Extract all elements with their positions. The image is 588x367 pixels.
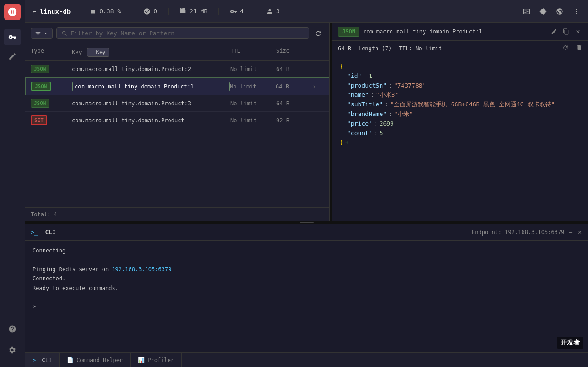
size-value: 64 B (276, 83, 312, 90)
main-area: ← linux-db 0.38 % 0 21 MB 4 3 (25, 0, 588, 367)
sidebar-item-settings[interactable] (4, 342, 21, 358)
json-open-brace: { (340, 62, 581, 71)
json-field-price: "price" : 2699 (340, 119, 581, 129)
edit-key-button[interactable] (550, 27, 559, 36)
cpu-stat: 0.38 % (78, 8, 132, 15)
type-badge-set: SET (31, 115, 47, 125)
filter-input-wrap (56, 27, 309, 39)
monitor-button[interactable] (518, 3, 535, 20)
mem-value: 21 MB (190, 8, 207, 15)
mem-icon (180, 8, 187, 15)
col-type: Type (31, 48, 72, 57)
filter-bar (25, 23, 329, 44)
snapshot-button[interactable] (535, 3, 551, 20)
row-arrow: › (312, 83, 323, 90)
detail-action-buttons (550, 27, 583, 36)
refresh-button[interactable] (313, 28, 324, 39)
cli-line: Connected. (33, 274, 581, 283)
table-row[interactable]: JSON com.macro.mall.tiny.domain.Product:… (25, 95, 329, 112)
chevron-down-icon (43, 31, 49, 36)
profiler-icon: 📊 (138, 357, 145, 363)
user-stat: 3 (255, 8, 291, 15)
size-value: 92 B (276, 117, 313, 124)
cli-prompt-icon: >_ (31, 229, 38, 236)
total-count: Total: 4 (31, 211, 57, 218)
app-logo[interactable] (4, 4, 21, 20)
copy-key-button[interactable] (561, 27, 571, 36)
cpu-value: 0.38 % (99, 8, 121, 15)
type-badge-json: JSON (31, 65, 49, 73)
conn-stat: 0 (132, 8, 169, 15)
command-helper-icon: 📄 (67, 357, 74, 363)
cli-header: >_ CLI Endpoint: 192.168.3.105:6379 — ✕ (25, 224, 588, 241)
ttl-value: No limit (230, 117, 276, 124)
key-name-selected: com.macro.mall.tiny.domain.Product:1 (72, 82, 230, 91)
sidebar-item-help[interactable] (4, 321, 21, 337)
json-field-count: "count" : 5 (340, 129, 581, 138)
more-button[interactable]: ⋮ (568, 3, 584, 20)
detail-size: 64 B (338, 45, 351, 52)
json-close-brace: } + (340, 138, 581, 148)
filter-options-button[interactable] (31, 28, 53, 39)
mem-stat: 21 MB (169, 8, 219, 15)
table-row[interactable]: SET com.macro.mall.tiny.domain.Product N… (25, 112, 329, 129)
content-area: Type Key + Key TTL Size JSON com.macro.m… (25, 23, 588, 367)
json-field-brandname: "brandName" : "小米" (340, 110, 581, 119)
cli-minimize-button[interactable]: — (568, 228, 573, 236)
detail-type-badge: JSON (338, 27, 359, 37)
panels: Type Key + Key TTL Size JSON com.macro.m… (25, 23, 588, 221)
col-key: Key + Key (72, 48, 230, 57)
command-helper-label: Command Helper (76, 357, 123, 363)
cli-line: Pinging Redis server on 192.168.3.105:63… (33, 265, 581, 274)
type-badge-json-selected: JSON (31, 82, 51, 91)
col-action (313, 48, 324, 57)
tab-profiler[interactable]: 📊 Profiler (131, 353, 182, 367)
filter-input[interactable] (71, 30, 304, 37)
logo-icon (7, 7, 17, 17)
sidebar-item-keys[interactable] (4, 29, 21, 45)
json-field-id: "id" : 1 (340, 71, 581, 81)
key-name: com.macro.mall.tiny.domain.Product:2 (72, 66, 230, 72)
meta-delete-button[interactable] (576, 44, 583, 52)
conn-value: 0 (153, 8, 157, 15)
cli-panel: >_ CLI Endpoint: 192.168.3.105:6379 — ✕ … (25, 224, 588, 352)
meta-refresh-button[interactable] (562, 44, 569, 52)
tab-cli[interactable]: >_ CLI (25, 353, 60, 367)
cli-line (33, 255, 581, 264)
cli-prompt: > (33, 302, 581, 311)
detail-ttl: TTL: No limit (399, 45, 442, 52)
cli-line (33, 293, 581, 302)
cli-title: CLI (42, 229, 56, 236)
detail-header: JSON com.macro.mall.tiny.domain.Product:… (332, 23, 588, 41)
col-size: Size (276, 48, 313, 57)
cli-line: Connecting... (33, 246, 581, 255)
topbar: ← linux-db 0.38 % 0 21 MB 4 3 (25, 0, 588, 23)
tab-command-helper[interactable]: 📄 Command Helper (60, 353, 131, 367)
conn-icon (143, 8, 151, 15)
type-badge-json: JSON (31, 99, 49, 108)
close-detail-button[interactable] (573, 27, 583, 36)
bottom-tabs: >_ CLI 📄 Command Helper 📊 Profiler (25, 352, 588, 367)
key-list-body: JSON com.macro.mall.tiny.domain.Product:… (25, 61, 329, 207)
back-icon: ← (33, 8, 36, 15)
user-count: 3 (276, 8, 280, 15)
globe-button[interactable] (551, 3, 568, 20)
cli-close-button[interactable]: ✕ (577, 228, 583, 236)
sidebar-bottom (4, 319, 21, 363)
add-key-button[interactable]: + Key (87, 48, 109, 57)
cli-tab-label: CLI (42, 357, 52, 363)
cli-line: Ready to execute commands. (33, 284, 581, 293)
key-icon (230, 8, 237, 15)
back-button[interactable]: ← linux-db (25, 0, 78, 22)
json-field-productsn: "productSn" : "7437788" (340, 81, 581, 91)
table-row[interactable]: JSON com.macro.mall.tiny.domain.Product:… (25, 61, 329, 77)
sidebar-item-edit[interactable] (4, 48, 21, 65)
key-list-panel: Type Key + Key TTL Size JSON com.macro.m… (25, 23, 330, 221)
key-count: 4 (240, 8, 244, 15)
db-name: linux-db (40, 8, 71, 15)
add-field-button[interactable]: + (345, 138, 349, 148)
cli-endpoint: Endpoint: 192.168.3.105:6379 (472, 229, 564, 236)
table-row[interactable]: JSON com.macro.mall.tiny.domain.Product:… (25, 77, 329, 95)
json-field-subtitle: "subTitle" : "全面屏游戏智能手机 6GB+64GB 黑色 全网通4… (340, 100, 581, 110)
table-footer: Total: 4 (25, 207, 329, 221)
